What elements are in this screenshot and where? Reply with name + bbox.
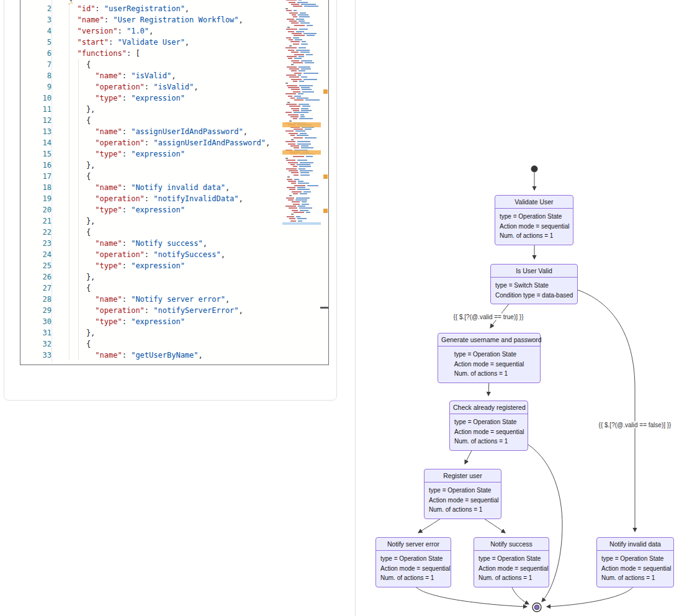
node-attr: type = Operation State (500, 212, 570, 222)
node-title: Generate username and password (438, 333, 540, 346)
node-attr: Num. of actions = 1 (500, 231, 570, 241)
node-title: Check already registered (450, 401, 528, 414)
edge-is-user-valid-to-notify-invalid-data (578, 290, 635, 532)
diagram-node-is-user-valid: Is User Valid type = Switch State Condit… (490, 264, 578, 304)
node-body: type = Operation State Action mode = seq… (597, 551, 676, 587)
node-attr: type = Operation State (601, 554, 672, 564)
node-body: type = Operation State Action mode = seq… (450, 346, 529, 383)
edge-notify-invalid-data-to-end (547, 584, 635, 607)
node-body: type = Operation State Action mode = seq… (474, 551, 553, 587)
node-attr: Action mode = sequential (601, 564, 672, 574)
node-attr: type = Operation State (454, 417, 524, 427)
node-body: type = Switch State Condition type = dat… (491, 278, 577, 304)
edge-notify-success-to-end (511, 584, 529, 604)
node-attr: Action mode = sequential (380, 564, 451, 574)
node-attr: Action mode = sequential (479, 564, 549, 574)
edge-label-valid-false: {{ $.[?(@.valid == false)] }} (598, 422, 673, 428)
node-title: Notify success (474, 538, 549, 551)
node-attr: type = Operation State (454, 350, 524, 360)
diagram-node-notify-success: Notify success type = Operation State Ac… (474, 537, 549, 587)
diagram-node-check-already-registered: Check already registered type = Operatio… (449, 401, 528, 451)
node-body: type = Operation State Action mode = seq… (495, 209, 574, 245)
node-attr: Action mode = sequential (429, 496, 499, 505)
node-attr: Action mode = sequential (500, 222, 570, 232)
node-title: Validate User (495, 196, 573, 209)
node-attr: Action mode = sequential (454, 427, 524, 437)
diagram-node-notify-invalid-data: Notify invalid data type = Operation Sta… (596, 537, 674, 587)
node-attr: Num. of actions = 1 (429, 505, 499, 515)
node-body: type = Operation State Action mode = seq… (450, 414, 529, 450)
start-node (531, 166, 537, 172)
node-body: type = Operation State Action mode = seq… (376, 551, 455, 587)
diagram-node-register-user: Register user type = Operation State Act… (424, 469, 501, 519)
diagram-node-validate-user: Validate User type = Operation State Act… (495, 195, 573, 245)
node-attr: type = Operation State (479, 554, 549, 564)
node-title: Notify invalid data (597, 538, 673, 551)
workflow-diagram-edges (0, 0, 692, 616)
node-title: Is User Valid (491, 265, 577, 278)
node-title: Register user (425, 469, 501, 482)
edge-label-valid-true: {{ $.[?(@.valid == true)] }} (452, 314, 525, 320)
node-attr: Num. of actions = 1 (454, 437, 524, 446)
diagram-node-generate-username-password: Generate username and password type = Op… (438, 333, 541, 383)
node-attr: Num. of actions = 1 (479, 573, 549, 583)
node-attr: Num. of actions = 1 (454, 369, 524, 379)
node-attr: Num. of actions = 1 (601, 573, 672, 583)
node-title: Notify server error (376, 538, 451, 551)
diagram-node-notify-server-error: Notify server error type = Operation Sta… (375, 537, 451, 587)
node-attr: type = Switch State (495, 281, 573, 291)
node-attr: type = Operation State (380, 554, 451, 564)
node-attr: type = Operation State (429, 486, 499, 496)
node-attr: Condition type = data-based (495, 291, 573, 301)
edge-notify-server-error-to-end (414, 584, 527, 607)
node-attr: Action mode = sequential (454, 360, 524, 369)
end-node-inner (534, 605, 539, 610)
node-attr: Num. of actions = 1 (380, 573, 451, 583)
node-body: type = Operation State Action mode = seq… (425, 482, 503, 519)
